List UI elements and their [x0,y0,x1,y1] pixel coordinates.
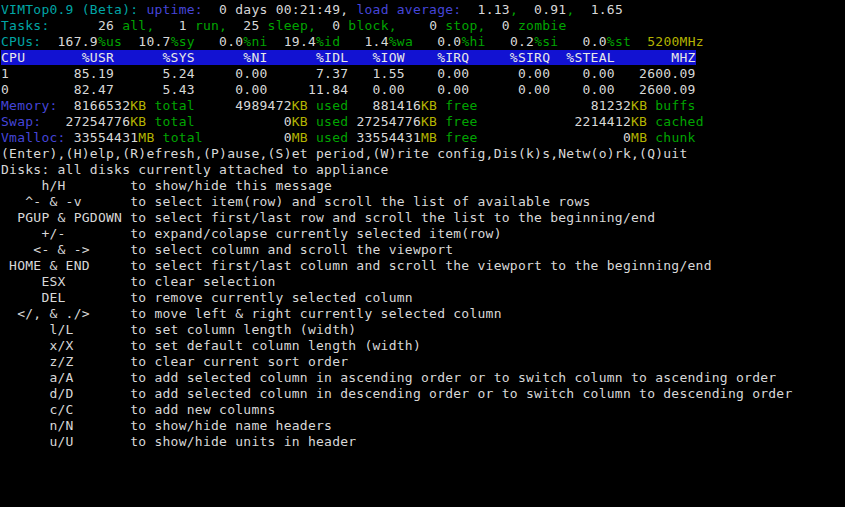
title-line-text: , [566,2,574,17]
memory-line-text: free [445,98,477,113]
help-plus-minus: +/- to expand/colapse currently selected… [1,226,845,242]
memory-line-text: 81232 [478,98,631,113]
cpus-line-text: CPUs: [1,34,41,49]
cpus-line-text: 1.4 [340,34,388,49]
help-units-header: u/U to show/hide units in header [1,434,845,450]
swap-line-text: Swap: [1,114,41,129]
cpus-line-text: %hi [461,34,485,49]
help-add-columns-text: c/C to add new columns [1,402,276,417]
tasks-line-text: all, [122,18,154,33]
swap-line-text: 27254776 [348,114,421,129]
cpus-line-text: %ni [243,34,267,49]
tasks-line-text: 25 [227,18,267,33]
cpus-line-text: 0.0 [558,34,606,49]
vmalloc-line-text: MB [292,130,308,145]
help-home-end: HOME & END to select first/last column a… [1,258,845,274]
vmalloc-line-text: 33554431 [66,130,139,145]
vmalloc-line-text: total [163,130,203,145]
help-units-header-text: u/U to show/hide units in header [1,434,356,449]
cpus-line-text: 0.2 [486,34,534,49]
title-line-text: load average: [356,2,461,17]
cpus-line-text: %si [534,34,558,49]
tasks-line-text: block, [348,18,396,33]
disks-line-text: Disks: all disks currently attached to a… [1,162,389,177]
vmalloc-line-text: MB [631,130,647,145]
tasks-line-text: 0 [316,18,348,33]
memory-line-text: 8166532 [58,98,131,113]
memory-line: Memory: 8166532KB total 4989472KB used 8… [1,98,845,114]
vmalloc-line-text: Vmalloc: [1,130,66,145]
cpus-line-text: 0.0 [413,34,461,49]
cpus-line-text: 10.7 [122,34,170,49]
help-del-text: DEL to remove currently selected column [1,290,413,305]
cpu-row-0-text: 0 82.47 5.43 0.00 11.84 0.00 0.00 0.00 0… [1,82,696,97]
vmalloc-line-text: 33554431 [348,130,421,145]
help-clear-sort-text: z/Z to clear current sort order [1,354,348,369]
cpus-line-text: %st [607,34,631,49]
tasks-line-text: 0 [397,18,445,33]
help-name-headers-text: n/N to show/hide name headers [1,418,332,433]
cpus-line-text: 167.9 [41,34,98,49]
cpus-line-text: %us [98,34,122,49]
help-ascending: a/A to add selected column in ascending … [1,370,845,386]
swap-line-text [308,114,316,129]
vmalloc-line: Vmalloc: 33554431MB total 0MB used 33554… [1,130,845,146]
menu-line: (Enter),(H)elp,(R)efresh,(P)ause,(S)et p… [1,146,845,162]
title-line-text: VIMTop0.9 (Beta): [1,2,138,17]
vmalloc-line-text [308,130,316,145]
help-left-right: <- & -> to select column and scroll the … [1,242,845,258]
tasks-line-text: zombie [518,18,566,33]
vmalloc-line-text: MB [138,130,154,145]
cpus-line-text: %wa [389,34,413,49]
tasks-line-text: 26 [49,18,122,33]
title-line-text: 0 days 00:21:49, [203,2,348,17]
swap-line-text: 0 [195,114,292,129]
swap-line: Swap: 27254776KB total 0KB used 27254776… [1,114,845,130]
cpus-line-text: 19.4 [268,34,316,49]
help-ascending-text: a/A to add selected column in ascending … [1,370,776,385]
title-line-text: 1.13 [461,2,509,17]
help-move-column: </, & ./> to move left & right currently… [1,306,845,322]
swap-line-text: KB [421,114,437,129]
help-home-end-text: HOME & END to select first/last column a… [1,258,712,273]
vmalloc-line-text: 0 [203,130,292,145]
cpus-line-text: 5200MHz [631,34,704,49]
cpus-line-text: %sy [171,34,195,49]
swap-line-text: KB [130,114,146,129]
swap-line-text: KB [631,114,647,129]
help-esx-text: ESX to clear selection [1,274,276,289]
memory-line-text: KB [421,98,437,113]
swap-line-text: total [154,114,194,129]
help-show-hide-text: h/H to show/hide this message [1,178,332,193]
help-descending: d/D to add selected column in descending… [1,386,845,402]
cpus-line-text: 0.0 [195,34,243,49]
help-plus-minus-text: +/- to expand/colapse currently selected… [1,226,502,241]
cpu-table-header-text: CPU %USR %SYS %NI %IDL %IOW %IRQ %SIRQ %… [1,50,696,65]
tasks-line-text: run, [195,18,227,33]
title-line-text: 0.91 [518,2,566,17]
help-descending-text: d/D to add selected column in descending… [1,386,793,401]
memory-line-text: Memory: [1,98,58,113]
tasks-line-text: sleep, [268,18,316,33]
title-line-text: 1.65 [575,2,623,17]
tasks-line-text: 1 [154,18,194,33]
cpu-table-header: CPU %USR %SYS %NI %IDL %IOW %IRQ %SIRQ %… [1,50,845,66]
tasks-line-text: 0 [486,18,518,33]
vmalloc-line-text: used [316,130,348,145]
memory-line-text [308,98,316,113]
help-pgup-pgdown: PGUP & PGDOWN to select first/last row a… [1,210,845,226]
cpu-row-1: 1 85.19 5.24 0.00 7.37 1.55 0.00 0.00 0.… [1,66,845,82]
cpus-line: CPUs: 167.9%us 10.7%sy 0.0%ni 19.4%id 1.… [1,34,845,50]
memory-line-text: KB [631,98,647,113]
memory-line-text: used [316,98,348,113]
memory-line-text: KB [292,98,308,113]
memory-line-text: total [154,98,194,113]
help-default-length-text: x/X to set default column length (width) [1,338,421,353]
swap-line-text: 27254776 [41,114,130,129]
help-left-right-text: <- & -> to select column and scroll the … [1,242,453,257]
memory-line-text: 4989472 [195,98,292,113]
memory-line-text: buffs [655,98,695,113]
vmalloc-line-text: chunk [655,130,695,145]
cpus-line-text: %id [316,34,340,49]
help-length: l/L to set column length (width) [1,322,845,338]
